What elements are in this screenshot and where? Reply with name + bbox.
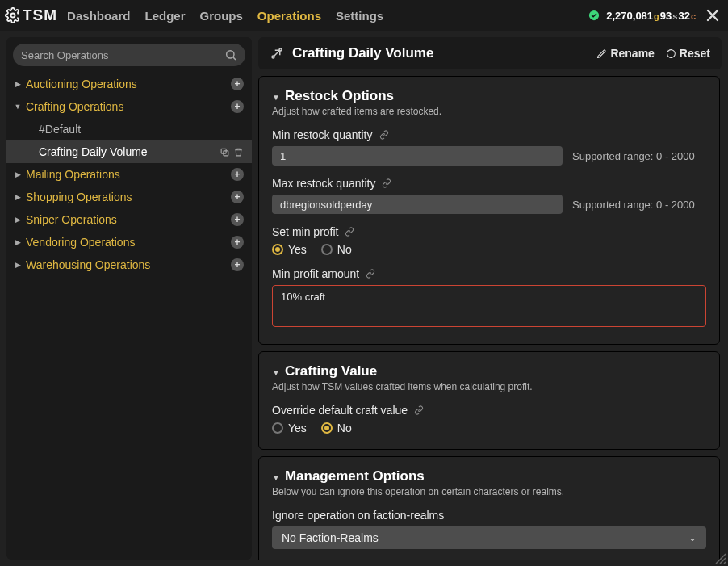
caret-down-icon: ▼ [272, 473, 280, 482]
min-restock-input[interactable] [272, 146, 563, 166]
panel-crafting-value-header[interactable]: ▼ Crafting Value [272, 363, 706, 379]
gold-amount: 2,270,081 [606, 10, 653, 22]
panel-management-header[interactable]: ▼ Management Options [272, 468, 706, 484]
panel-management: ▼ Management Options Below you can ignor… [258, 456, 720, 560]
operation-titlebar: Crafting Daily Volume Rename Reset [258, 37, 722, 69]
ignore-faction-realms-select[interactable]: No Faction-Realms ⌄ [272, 526, 706, 549]
radio-no[interactable]: No [321, 243, 352, 256]
nav-dashboard[interactable]: Dashboard [67, 9, 130, 23]
link-icon[interactable] [366, 269, 375, 279]
sidebar-item-crafting[interactable]: ▼ Crafting Operations + [6, 95, 252, 118]
radio-yes[interactable]: Yes [272, 243, 307, 256]
panel-management-desc: Below you can ignore this operation on c… [272, 486, 706, 497]
add-icon[interactable]: + [231, 191, 244, 203]
add-icon[interactable]: + [231, 78, 244, 90]
main-column: Crafting Daily Volume Rename Reset ▼ Res… [258, 37, 722, 560]
caret-down-icon: ▼ [272, 93, 280, 102]
sidebar-item-vendoring[interactable]: ▶ Vendoring Operations + [6, 231, 252, 254]
add-icon[interactable]: + [231, 236, 244, 249]
caret-down-icon: ▼ [272, 368, 280, 377]
resize-handle-icon[interactable] [715, 553, 726, 564]
copper-amount: 32 [678, 10, 689, 22]
link-icon[interactable] [382, 178, 391, 188]
min-profit-amount-input[interactable] [272, 285, 706, 327]
sidebar-child-default[interactable]: #Default [6, 118, 252, 140]
max-restock-hint: Supported range: 0 - 2000 [572, 199, 695, 211]
svg-point-5 [272, 56, 274, 58]
link-icon[interactable] [414, 405, 424, 415]
override-craft-value-label: Override default craft value [272, 404, 706, 417]
close-button[interactable] [705, 8, 720, 23]
link-icon[interactable] [379, 130, 389, 140]
close-icon [705, 8, 720, 23]
sidebar-item-shopping[interactable]: ▶ Shopping Operations + [6, 186, 252, 208]
set-min-profit-label: Set min profit [272, 225, 706, 238]
svg-point-2 [227, 51, 234, 58]
caret-right-icon: ▶ [13, 238, 23, 246]
app-name: TSM [23, 6, 57, 24]
caret-right-icon: ▶ [13, 80, 23, 88]
caret-right-icon: ▶ [13, 216, 23, 224]
sidebar: ▶ Auctioning Operations + ▼ Crafting Ope… [6, 37, 252, 560]
nav-groups[interactable]: Groups [199, 9, 242, 23]
panel-crafting-value: ▼ Crafting Value Adjust how TSM values c… [258, 351, 720, 450]
ignore-faction-realms-label: Ignore operation on faction-realms [272, 509, 706, 522]
panels-scroll[interactable]: ▼ Restock Options Adjust how crafted ite… [258, 76, 722, 560]
operation-title: Crafting Daily Volume [292, 45, 433, 61]
add-icon[interactable]: + [231, 258, 244, 271]
caret-right-icon: ▶ [13, 261, 23, 269]
content-frame: ▶ Auctioning Operations + ▼ Crafting Ope… [0, 31, 728, 566]
panel-restock-header[interactable]: ▼ Restock Options [272, 88, 706, 104]
sidebar-child-crafting-daily-volume[interactable]: Crafting Daily Volume [6, 140, 252, 163]
copy-icon[interactable] [220, 147, 230, 157]
caret-down-icon: ▼ [13, 103, 23, 111]
pencil-icon [596, 48, 607, 59]
svg-point-0 [11, 14, 15, 18]
reset-button[interactable]: Reset [666, 47, 710, 60]
sidebar-item-auctioning[interactable]: ▶ Auctioning Operations + [6, 73, 252, 95]
operations-tree: ▶ Auctioning Operations + ▼ Crafting Ope… [6, 73, 252, 276]
trash-icon[interactable] [233, 147, 244, 157]
sidebar-item-warehousing[interactable]: ▶ Warehousing Operations + [6, 254, 252, 276]
radio-dot-icon [272, 422, 283, 434]
nav-operations[interactable]: Operations [257, 9, 321, 23]
sidebar-item-mailing[interactable]: ▶ Mailing Operations + [6, 163, 252, 186]
panel-restock-desc: Adjust how crafted items are restocked. [272, 106, 706, 117]
min-profit-amount-label: Min profit amount [272, 267, 706, 280]
max-restock-input[interactable] [272, 195, 563, 214]
add-icon[interactable]: + [231, 100, 244, 113]
add-icon[interactable]: + [231, 168, 244, 181]
panel-restock: ▼ Restock Options Adjust how crafted ite… [258, 76, 720, 345]
min-restock-label: Min restock quantity [272, 128, 706, 141]
search-operations[interactable] [13, 44, 245, 66]
radio-no[interactable]: No [321, 421, 352, 434]
search-input[interactable] [21, 49, 224, 61]
reset-icon [666, 48, 676, 59]
radio-dot-icon [321, 244, 333, 255]
nav-settings[interactable]: Settings [336, 9, 383, 23]
search-icon [224, 48, 237, 61]
rename-button[interactable]: Rename [596, 47, 654, 60]
caret-right-icon: ▶ [13, 170, 23, 178]
caret-right-icon: ▶ [13, 193, 23, 201]
nav: Dashboard Ledger Groups Operations Setti… [67, 9, 383, 23]
radio-yes[interactable]: Yes [272, 421, 307, 434]
logo: TSM [5, 6, 57, 24]
radio-dot-icon [272, 244, 283, 255]
nav-ledger[interactable]: Ledger [144, 9, 185, 23]
min-restock-hint: Supported range: 0 - 2000 [572, 150, 695, 162]
gear-icon [5, 7, 21, 23]
add-icon[interactable]: + [231, 213, 244, 226]
max-restock-label: Max restock quantity [272, 177, 706, 190]
set-min-profit-radio: Yes No [272, 243, 706, 256]
override-craft-value-radio: Yes No [272, 421, 706, 434]
operation-icon [270, 46, 284, 61]
radio-dot-icon [321, 422, 333, 434]
panel-crafting-value-desc: Adjust how TSM values crafted items when… [272, 381, 706, 392]
sidebar-item-sniper[interactable]: ▶ Sniper Operations + [6, 208, 252, 231]
link-icon[interactable] [345, 227, 354, 237]
silver-amount: 93 [660, 10, 672, 22]
topbar: TSM Dashboard Ledger Groups Operations S… [0, 0, 728, 31]
status-ok-icon [588, 10, 600, 21]
chevron-down-icon: ⌄ [688, 532, 697, 543]
